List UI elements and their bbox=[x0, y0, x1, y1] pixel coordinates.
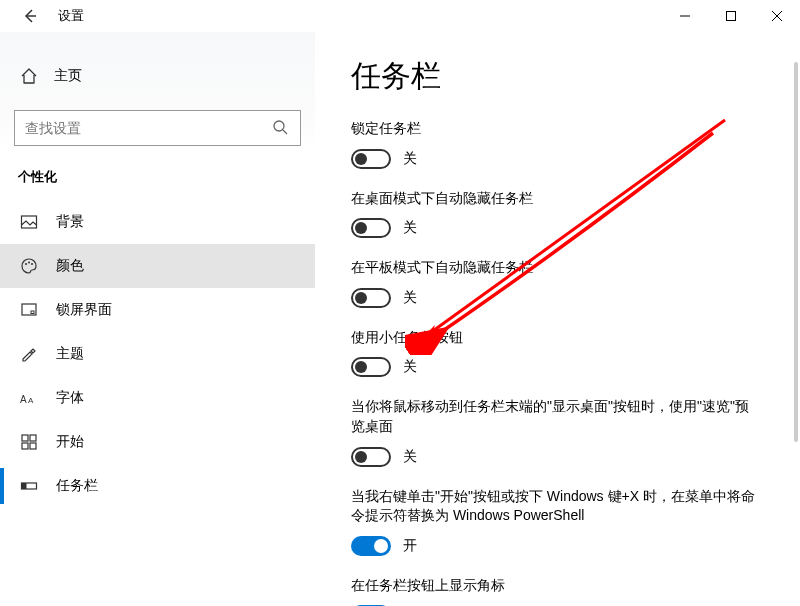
svg-point-5 bbox=[31, 263, 33, 265]
sidebar-home[interactable]: 主页 bbox=[0, 56, 315, 96]
page-title: 任务栏 bbox=[351, 56, 780, 97]
picture-icon bbox=[20, 213, 38, 231]
setting-label: 使用小任务栏按钮 bbox=[351, 328, 761, 348]
svg-rect-13 bbox=[30, 443, 36, 449]
sidebar-item-label: 锁屏界面 bbox=[56, 301, 112, 319]
setting-small-buttons: 使用小任务栏按钮 关 bbox=[351, 328, 780, 378]
maximize-icon bbox=[725, 10, 737, 22]
minimize-button[interactable] bbox=[662, 0, 708, 32]
svg-rect-11 bbox=[30, 435, 36, 441]
toggle-switch[interactable] bbox=[351, 536, 391, 556]
svg-rect-15 bbox=[22, 483, 27, 489]
toggle-switch[interactable] bbox=[351, 357, 391, 377]
theme-icon bbox=[20, 345, 38, 363]
sidebar-item-taskbar[interactable]: 任务栏 bbox=[0, 464, 315, 508]
svg-point-3 bbox=[25, 263, 27, 265]
start-icon bbox=[20, 433, 38, 451]
sidebar-item-themes[interactable]: 主题 bbox=[0, 332, 315, 376]
scrollbar-thumb[interactable] bbox=[794, 62, 798, 442]
titlebar: 设置 bbox=[0, 0, 800, 32]
sidebar-item-label: 开始 bbox=[56, 433, 84, 451]
close-button[interactable] bbox=[754, 0, 800, 32]
toggle-switch[interactable] bbox=[351, 218, 391, 238]
scrollbar[interactable] bbox=[794, 62, 798, 602]
toggle-row: 关 bbox=[351, 447, 780, 467]
svg-rect-0 bbox=[727, 12, 736, 21]
sidebar: 主页 个性化 背景 颜色 bbox=[0, 32, 315, 606]
search-box[interactable] bbox=[14, 110, 301, 146]
main-container: 主页 个性化 背景 颜色 bbox=[0, 32, 800, 606]
sidebar-item-colors[interactable]: 颜色 bbox=[0, 244, 315, 288]
toggle-state: 关 bbox=[403, 219, 417, 237]
setting-label: 当你将鼠标移动到任务栏末端的"显示桌面"按钮时，使用"速览"预览桌面 bbox=[351, 397, 761, 436]
maximize-button[interactable] bbox=[708, 0, 754, 32]
setting-autohide-desktop: 在桌面模式下自动隐藏任务栏 关 bbox=[351, 189, 780, 239]
lockscreen-icon bbox=[20, 301, 38, 319]
search-input[interactable] bbox=[25, 120, 272, 136]
sidebar-item-background[interactable]: 背景 bbox=[0, 200, 315, 244]
setting-powershell-replace: 当我右键单击"开始"按钮或按下 Windows 键+X 时，在菜单中将命令提示符… bbox=[351, 487, 780, 556]
toggle-state: 开 bbox=[403, 537, 417, 555]
toggle-state: 关 bbox=[403, 358, 417, 376]
svg-point-1 bbox=[274, 121, 284, 131]
setting-show-badges: 在任务栏按钮上显示角标 开 bbox=[351, 576, 780, 606]
sidebar-item-label: 颜色 bbox=[56, 257, 84, 275]
sidebar-item-label: 背景 bbox=[56, 213, 84, 231]
close-icon bbox=[771, 10, 783, 22]
setting-lock-taskbar: 锁定任务栏 关 bbox=[351, 119, 780, 169]
svg-rect-12 bbox=[22, 443, 28, 449]
window-title: 设置 bbox=[58, 7, 84, 25]
svg-rect-10 bbox=[22, 435, 28, 441]
palette-icon bbox=[20, 257, 38, 275]
svg-rect-2 bbox=[22, 216, 37, 228]
window-controls bbox=[662, 0, 800, 32]
setting-autohide-tablet: 在平板模式下自动隐藏任务栏 关 bbox=[351, 258, 780, 308]
sidebar-item-lockscreen[interactable]: 锁屏界面 bbox=[0, 288, 315, 332]
toggle-row: 关 bbox=[351, 218, 780, 238]
svg-rect-7 bbox=[31, 311, 34, 314]
font-icon: AA bbox=[20, 389, 38, 407]
arrow-left-icon bbox=[22, 8, 38, 24]
sidebar-section-label: 个性化 bbox=[18, 168, 315, 186]
minimize-icon bbox=[679, 10, 691, 22]
toggle-row: 开 bbox=[351, 536, 780, 556]
sidebar-item-fonts[interactable]: AA 字体 bbox=[0, 376, 315, 420]
toggle-state: 关 bbox=[403, 289, 417, 307]
setting-peek-preview: 当你将鼠标移动到任务栏末端的"显示桌面"按钮时，使用"速览"预览桌面 关 bbox=[351, 397, 780, 466]
content: 任务栏 锁定任务栏 关 在桌面模式下自动隐藏任务栏 关 在平板模式下自动隐藏任务… bbox=[315, 32, 800, 606]
back-button[interactable] bbox=[20, 6, 40, 26]
toggle-row: 关 bbox=[351, 149, 780, 169]
toggle-row: 关 bbox=[351, 357, 780, 377]
setting-label: 在任务栏按钮上显示角标 bbox=[351, 576, 761, 596]
nav-items: 背景 颜色 锁屏界面 主题 bbox=[0, 200, 315, 508]
svg-text:A: A bbox=[20, 394, 27, 405]
setting-label: 锁定任务栏 bbox=[351, 119, 761, 139]
search-icon bbox=[272, 119, 290, 137]
sidebar-item-label: 主题 bbox=[56, 345, 84, 363]
sidebar-item-start[interactable]: 开始 bbox=[0, 420, 315, 464]
toggle-state: 关 bbox=[403, 150, 417, 168]
toggle-row: 关 bbox=[351, 288, 780, 308]
setting-label: 在桌面模式下自动隐藏任务栏 bbox=[351, 189, 761, 209]
sidebar-item-label: 字体 bbox=[56, 389, 84, 407]
taskbar-icon bbox=[20, 477, 38, 495]
home-icon bbox=[20, 67, 38, 85]
setting-label: 在平板模式下自动隐藏任务栏 bbox=[351, 258, 761, 278]
setting-label: 当我右键单击"开始"按钮或按下 Windows 键+X 时，在菜单中将命令提示符… bbox=[351, 487, 761, 526]
svg-point-4 bbox=[28, 262, 30, 264]
toggle-state: 关 bbox=[403, 448, 417, 466]
svg-text:A: A bbox=[28, 396, 34, 405]
toggle-switch[interactable] bbox=[351, 447, 391, 467]
toggle-switch[interactable] bbox=[351, 288, 391, 308]
toggle-switch[interactable] bbox=[351, 149, 391, 169]
sidebar-home-label: 主页 bbox=[54, 67, 82, 85]
sidebar-item-label: 任务栏 bbox=[56, 477, 98, 495]
